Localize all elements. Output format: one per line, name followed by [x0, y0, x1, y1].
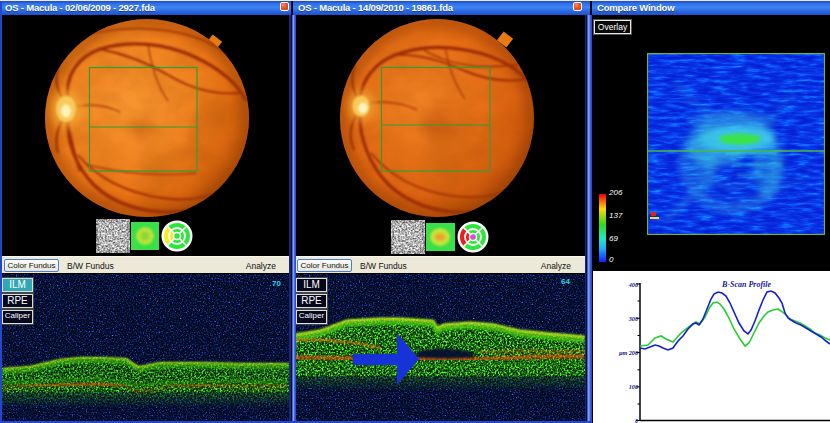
svg-text:B-Scan Profile: B-Scan Profile: [721, 280, 772, 289]
svg-text:0: 0: [635, 417, 638, 423]
svg-text:100: 100: [629, 383, 638, 390]
svg-text:300: 300: [628, 315, 638, 322]
svg-text:200: 200: [628, 349, 638, 356]
svg-text:400: 400: [628, 281, 638, 288]
svg-text:µm: µm: [618, 349, 628, 356]
